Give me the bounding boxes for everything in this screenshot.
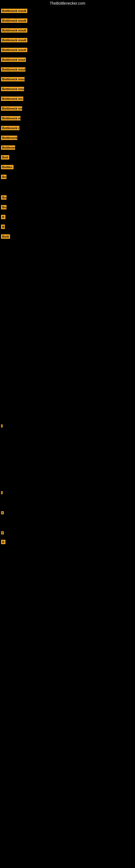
bottleneck-badge-13[interactable]: Bottleneck re <box>1 126 19 130</box>
bottleneck-row-15: Bottlenec <box>0 143 135 153</box>
bottom-row-3: B <box>0 508 135 518</box>
bottleneck-badge-20[interactable]: Bo <box>1 205 6 209</box>
bottleneck-badge-8[interactable]: Bottleneck resu <box>1 77 25 82</box>
bottleneck-badge-7[interactable]: Bottleneck resul <box>1 67 26 72</box>
bottleneck-row-21: B <box>0 213 135 222</box>
bottleneck-row-6: Bottleneck resul <box>0 55 135 65</box>
bottleneck-badge-3[interactable]: Bottleneck result <box>1 28 27 33</box>
bottleneck-badge-22[interactable]: B <box>1 225 5 229</box>
bottleneck-badge-16[interactable]: Bott <box>1 155 9 159</box>
bottleneck-row-22: B <box>0 222 135 232</box>
bottleneck-row-9: Bottleneck resu <box>0 85 135 94</box>
bottleneck-row-4: Bottleneck result <box>0 36 135 45</box>
bottleneck-row-11: Bottleneck res <box>0 104 135 114</box>
bottleneck-badge-1[interactable]: Bottleneck result <box>1 9 27 13</box>
small-badge-2[interactable]: | <box>1 491 3 494</box>
bottleneck-row-23: Bottl <box>0 232 135 242</box>
bottleneck-badge-5[interactable]: Bottleneck result <box>1 48 27 52</box>
bottleneck-row-16: Bott <box>0 153 135 163</box>
bottleneck-badge-24[interactable]: B <box>1 540 5 544</box>
bottleneck-row-3: Bottleneck result <box>0 26 135 36</box>
bottleneck-row-5: Bottleneck result <box>0 45 135 55</box>
bottleneck-row-1: Bottleneck result <box>0 6 135 16</box>
spacer-1 <box>0 182 135 193</box>
bottleneck-badge-23[interactable]: Bottl <box>1 235 10 239</box>
bottleneck-badge-10[interactable]: Bottleneck res <box>1 97 23 101</box>
bottleneck-badge-18[interactable]: Bo <box>1 175 6 179</box>
bottleneck-row-7: Bottleneck resul <box>0 65 135 75</box>
bottleneck-row-19: Bo <box>0 193 135 203</box>
small-badge-1[interactable]: | <box>1 425 3 428</box>
bottleneck-badge-15[interactable]: Bottlenec <box>1 145 15 150</box>
bottleneck-row-8: Bottleneck resu <box>0 75 135 85</box>
large-spacer <box>0 242 135 418</box>
bottleneck-badge-2[interactable]: Bottleneck result <box>1 19 27 23</box>
bottom-row-2: | <box>0 488 135 497</box>
bottleneck-row-12: Bottleneck re <box>0 114 135 124</box>
bottleneck-row-18: Bo <box>0 173 135 182</box>
bottleneck-badge-9[interactable]: Bottleneck resu <box>1 87 24 91</box>
bottleneck-badge-4[interactable]: Bottleneck result <box>1 38 27 42</box>
bottleneck-row-14: Bottleneck r <box>0 133 135 143</box>
bottleneck-badge-17[interactable]: Bottlen <box>1 165 13 169</box>
bottleneck-badge-19[interactable]: Bo <box>1 195 6 199</box>
bottleneck-badge-11[interactable]: Bottleneck res <box>1 106 22 111</box>
bottleneck-row-2: Bottleneck result <box>0 16 135 26</box>
bottom-row-1: | <box>0 418 135 434</box>
bottleneck-badge-6[interactable]: Bottleneck resul <box>1 58 26 62</box>
bottleneck-badge-14[interactable]: Bottleneck r <box>1 135 17 140</box>
spacer-bottom-1 <box>0 434 135 488</box>
small-badge-4[interactable]: B <box>1 531 4 534</box>
bottleneck-row-13: Bottleneck re <box>0 124 135 133</box>
bottom-row-4: B <box>0 528 135 538</box>
bottleneck-row-20: Bo <box>0 203 135 213</box>
bottleneck-row-24: B <box>0 538 135 547</box>
bottleneck-row-10: Bottleneck res <box>0 94 135 104</box>
bottleneck-row-17: Bottlen <box>0 163 135 173</box>
spacer-bottom-3 <box>0 518 135 528</box>
bottleneck-badge-21[interactable]: B <box>1 215 5 219</box>
small-badge-3[interactable]: B <box>1 511 4 514</box>
site-title: TheBottlenecker.com <box>0 0 135 6</box>
spacer-bottom-2 <box>0 497 135 508</box>
bottleneck-badge-12[interactable]: Bottleneck re <box>1 116 20 120</box>
